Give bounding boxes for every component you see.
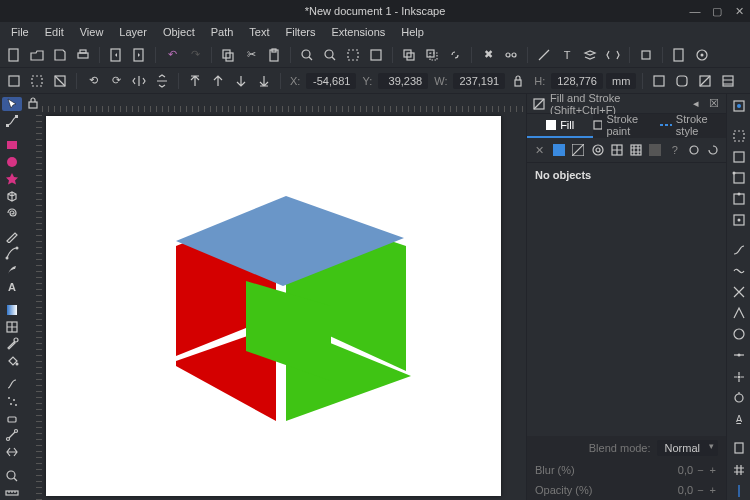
- snap-cusp-icon[interactable]: [729, 304, 749, 322]
- snap-intersect-icon[interactable]: [729, 283, 749, 301]
- paint-hole2-icon[interactable]: [707, 142, 720, 158]
- new-doc-icon[interactable]: [4, 45, 24, 65]
- star-tool[interactable]: [2, 172, 22, 186]
- menu-edit[interactable]: Edit: [38, 24, 71, 40]
- paint-pattern-icon[interactable]: [629, 142, 642, 158]
- prefs-icon[interactable]: [669, 45, 689, 65]
- zoom-draw-icon[interactable]: [343, 45, 363, 65]
- ungroup-icon[interactable]: [501, 45, 521, 65]
- spray-tool[interactable]: [2, 394, 22, 408]
- blur-inc[interactable]: +: [708, 464, 718, 476]
- opacity-dec[interactable]: −: [695, 484, 705, 496]
- affect-stroke-icon[interactable]: [649, 71, 669, 91]
- close-icon[interactable]: ✕: [734, 6, 744, 16]
- tab-fill[interactable]: Fill: [527, 114, 593, 138]
- lock-ratio-icon[interactable]: [508, 71, 528, 91]
- panel-menu-icon[interactable]: ◂: [690, 98, 702, 110]
- circle-tool[interactable]: [2, 155, 22, 169]
- ruler-vertical[interactable]: [24, 112, 42, 500]
- selector-tool[interactable]: [2, 97, 22, 111]
- rect-tool[interactable]: [2, 138, 22, 152]
- bucket-tool[interactable]: [2, 354, 22, 368]
- zoom-page-icon[interactable]: [320, 45, 340, 65]
- raise-top-icon[interactable]: [185, 71, 205, 91]
- pencil-tool[interactable]: [2, 229, 22, 243]
- paint-flat-icon[interactable]: [552, 142, 565, 158]
- connector-tool[interactable]: [2, 428, 22, 442]
- select-all-icon[interactable]: [27, 71, 47, 91]
- snap-enable-icon[interactable]: [729, 97, 749, 115]
- import-icon[interactable]: [106, 45, 126, 65]
- undo-icon[interactable]: ↶: [162, 45, 182, 65]
- ruler-lock-icon[interactable]: [24, 94, 42, 112]
- select-all-layers-icon[interactable]: [4, 71, 24, 91]
- menu-layer[interactable]: Layer: [112, 24, 154, 40]
- menu-view[interactable]: View: [73, 24, 111, 40]
- 3dbox-tool[interactable]: [2, 189, 22, 203]
- measure-tool[interactable]: [2, 486, 22, 500]
- paint-radial-icon[interactable]: [591, 142, 604, 158]
- maximize-icon[interactable]: ▢: [712, 6, 722, 16]
- snap-corner-icon[interactable]: [729, 169, 749, 187]
- xml-icon[interactable]: [603, 45, 623, 65]
- gradient-tool[interactable]: [2, 303, 22, 317]
- text-tool[interactable]: A: [2, 280, 22, 292]
- ruler-horizontal[interactable]: [42, 94, 526, 112]
- copy-icon[interactable]: [218, 45, 238, 65]
- lower-bottom-icon[interactable]: [254, 71, 274, 91]
- panel-close-icon[interactable]: ☒: [708, 98, 720, 110]
- snap-page-icon[interactable]: [729, 439, 749, 457]
- save-icon[interactable]: [50, 45, 70, 65]
- eraser-tool[interactable]: [2, 411, 22, 425]
- minimize-icon[interactable]: —: [690, 6, 700, 16]
- fill-dialog-icon[interactable]: [534, 45, 554, 65]
- affect-pattern-icon[interactable]: [718, 71, 738, 91]
- export-icon[interactable]: [129, 45, 149, 65]
- unit-select[interactable]: mm: [606, 73, 636, 89]
- lower-icon[interactable]: [231, 71, 251, 91]
- paint-hole-icon[interactable]: [687, 142, 700, 158]
- clone-icon[interactable]: [422, 45, 442, 65]
- unlink-icon[interactable]: [445, 45, 465, 65]
- menu-extensions[interactable]: Extensions: [324, 24, 392, 40]
- snap-edge-icon[interactable]: [729, 148, 749, 166]
- blend-mode-select[interactable]: Normal: [657, 440, 718, 456]
- align-icon[interactable]: [636, 45, 656, 65]
- y-input[interactable]: 39,238: [378, 73, 428, 89]
- dropper-tool[interactable]: [2, 337, 22, 351]
- snap-grid-icon[interactable]: [729, 461, 749, 479]
- open-icon[interactable]: [27, 45, 47, 65]
- paint-none-icon[interactable]: ✕: [533, 142, 546, 158]
- w-input[interactable]: 237,191: [453, 73, 505, 89]
- snap-midpoint-icon[interactable]: [729, 190, 749, 208]
- menu-path[interactable]: Path: [204, 24, 241, 40]
- snap-line-mid-icon[interactable]: [729, 346, 749, 364]
- blur-dec[interactable]: −: [695, 464, 705, 476]
- snap-smooth-icon[interactable]: [729, 325, 749, 343]
- zoom-tool[interactable]: [2, 469, 22, 483]
- tab-stroke-paint[interactable]: Stroke paint: [593, 114, 659, 138]
- flip-v-icon[interactable]: [152, 71, 172, 91]
- menu-file[interactable]: File: [4, 24, 36, 40]
- affect-corners-icon[interactable]: [672, 71, 692, 91]
- paste-icon[interactable]: [264, 45, 284, 65]
- spiral-tool[interactable]: [2, 206, 22, 220]
- paint-swatch-icon[interactable]: [649, 142, 662, 158]
- snap-bbox-icon[interactable]: [729, 127, 749, 145]
- paint-linear-icon[interactable]: [572, 142, 585, 158]
- snap-path-icon[interactable]: [729, 262, 749, 280]
- tab-stroke-style[interactable]: Stroke style: [660, 114, 726, 138]
- menu-filters[interactable]: Filters: [279, 24, 323, 40]
- tweak-tool[interactable]: [2, 377, 22, 391]
- group-icon[interactable]: ✖: [478, 45, 498, 65]
- blur-value[interactable]: 0,0: [669, 464, 693, 476]
- opacity-value[interactable]: 0,0: [669, 484, 693, 496]
- zoom-sel-icon[interactable]: [366, 45, 386, 65]
- print-icon[interactable]: [73, 45, 93, 65]
- cut-icon[interactable]: ✂: [241, 45, 261, 65]
- snap-object-center-icon[interactable]: [729, 368, 749, 386]
- affect-gradient-icon[interactable]: [695, 71, 715, 91]
- menu-text[interactable]: Text: [242, 24, 276, 40]
- snap-nodes-icon[interactable]: [729, 241, 749, 259]
- opacity-inc[interactable]: +: [708, 484, 718, 496]
